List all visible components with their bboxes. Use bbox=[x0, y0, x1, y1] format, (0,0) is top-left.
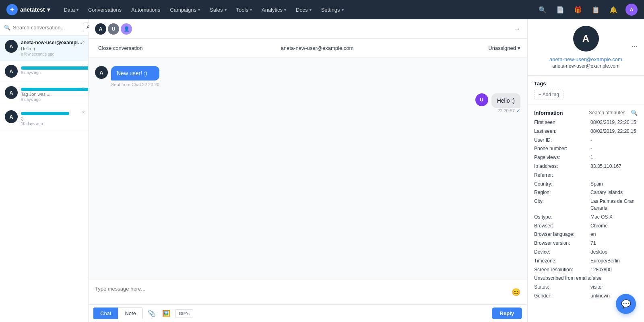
assignee-dropdown[interactable]: Unassigned ▾ bbox=[488, 45, 520, 51]
chevron-down-icon: ▾ bbox=[225, 8, 227, 12]
conversation-list: A aneta-new-user@example.com Hello :) a … bbox=[0, 36, 88, 322]
close-icon[interactable]: × bbox=[82, 109, 85, 115]
nav-item-campaigns[interactable]: Campaigns ▾ bbox=[166, 4, 204, 15]
conv-body: Tag Jon was ... 9 days ago bbox=[21, 86, 83, 102]
attributes-search-input[interactable] bbox=[589, 110, 629, 116]
chat-messages: A New user! :) Sent from Chat 22:20:20 H… bbox=[89, 58, 527, 280]
list-item[interactable]: A :) 10 days ago × bbox=[0, 106, 88, 130]
chat-toolbar: Close conversation aneta-new-user@exampl… bbox=[89, 39, 527, 58]
attribute-value: Spain bbox=[590, 181, 603, 188]
attribute-row: Os type:Mac OS X bbox=[534, 214, 638, 221]
chat-input-toolbar: Chat Note 📎 🖼️ GIF's Reply bbox=[89, 304, 527, 322]
chat-participants: A U 👤 bbox=[95, 23, 132, 35]
add-tag-button[interactable]: + Add tag bbox=[534, 90, 564, 99]
conv-time: a few seconds ago bbox=[21, 52, 83, 56]
search-input[interactable] bbox=[13, 25, 80, 31]
attribute-value: false bbox=[591, 275, 601, 282]
tab-chat[interactable]: Chat bbox=[93, 308, 118, 319]
document-icon[interactable]: 📄 bbox=[555, 4, 566, 15]
attribute-row: Browser:Chrome bbox=[534, 223, 638, 229]
attribute-row: Device:desktop bbox=[534, 249, 638, 256]
attribute-label: City: bbox=[534, 198, 590, 212]
attribute-row: Referrer: bbox=[534, 172, 638, 179]
message-meta: Sent from Chat 22:20:20 bbox=[111, 82, 159, 87]
nav-item-docs[interactable]: Docs ▾ bbox=[292, 4, 316, 15]
attribute-row: Country:Spain bbox=[534, 181, 638, 188]
nav-item-analytics[interactable]: Analytics ▾ bbox=[258, 4, 290, 15]
more-options-icon[interactable]: ··· bbox=[632, 43, 638, 51]
chat-input-area: 😊 Chat Note 📎 🖼️ GIF's Reply bbox=[89, 280, 527, 322]
avatar: A bbox=[5, 65, 18, 78]
conv-bar bbox=[21, 66, 88, 70]
attribute-value: desktop bbox=[590, 249, 607, 256]
gift-icon[interactable]: 🎁 bbox=[572, 4, 584, 15]
attribute-value: en bbox=[590, 231, 596, 238]
attribute-value: Mac OS X bbox=[590, 214, 613, 221]
attribute-value: Canary Islands bbox=[590, 189, 623, 196]
conv-bar bbox=[21, 112, 69, 115]
participant-avatar-img: 👤 bbox=[121, 23, 132, 35]
user-avatar[interactable]: A bbox=[625, 4, 638, 16]
emoji-icon[interactable]: 😊 bbox=[512, 288, 520, 297]
message-content: New user! :) Sent from Chat 22:20:20 bbox=[111, 66, 159, 87]
attachment-icon[interactable]: 📎 bbox=[146, 308, 157, 319]
message-time: 22:20:57 ✓ bbox=[491, 108, 520, 114]
attribute-row: Unsubscribed from emails:false bbox=[534, 275, 638, 282]
nav-item-tools[interactable]: Tools ▾ bbox=[232, 4, 256, 15]
nav-item-data[interactable]: Data ▾ bbox=[60, 4, 82, 15]
list-item[interactable]: A 8 days ago × bbox=[0, 61, 88, 82]
tags-section: Tags + Add tag bbox=[528, 76, 644, 105]
floating-chat-button[interactable]: 💬 bbox=[616, 294, 636, 314]
message-tab-group: Chat Note bbox=[93, 308, 143, 319]
list-item[interactable]: A aneta-new-user@example.com Hello :) a … bbox=[0, 36, 88, 61]
table-icon[interactable]: 📋 bbox=[590, 4, 601, 15]
gif-button[interactable]: GIF's bbox=[175, 309, 193, 318]
chevron-down-icon: ▾ bbox=[198, 8, 200, 12]
attribute-row: Browser version:71 bbox=[534, 240, 638, 247]
sidebar: 🔍 All ▾ A aneta-new-user@example.com Hel… bbox=[0, 19, 89, 322]
nav-item-sales[interactable]: Sales ▾ bbox=[206, 4, 231, 15]
conversation-email: aneta-new-user@example.com bbox=[281, 45, 354, 51]
info-title: Information bbox=[534, 110, 563, 116]
message-row: Hello :) 22:20:57 ✓ U bbox=[95, 93, 520, 114]
message-bubble: Hello :) bbox=[491, 93, 520, 108]
close-icon[interactable]: × bbox=[82, 39, 85, 45]
chevron-down-icon: ▾ bbox=[518, 45, 520, 51]
attribute-label: Page views: bbox=[534, 154, 590, 161]
attribute-value: - bbox=[590, 137, 592, 144]
nav-item-conversations[interactable]: Conversations bbox=[84, 4, 126, 15]
close-icon[interactable]: × bbox=[82, 85, 85, 91]
attribute-value: 1 bbox=[590, 154, 593, 161]
nav-item-settings[interactable]: Settings ▾ bbox=[317, 4, 348, 15]
tab-note[interactable]: Note bbox=[118, 308, 142, 319]
message-bubble: New user! :) bbox=[111, 66, 159, 80]
message-input[interactable] bbox=[95, 286, 520, 292]
close-conversation-button[interactable]: Close conversation bbox=[95, 43, 146, 53]
close-icon[interactable]: × bbox=[82, 64, 85, 70]
avatar: A bbox=[5, 86, 18, 99]
attribute-label: Os type: bbox=[534, 214, 590, 221]
expand-icon[interactable]: → bbox=[514, 25, 520, 33]
nav-item-automations[interactable]: Automations bbox=[127, 4, 164, 15]
brand-logo[interactable]: ✦ anetatest ▾ bbox=[6, 4, 50, 15]
contact-email-link[interactable]: aneta-new-user@example.com bbox=[549, 56, 622, 62]
avatar: A bbox=[5, 40, 18, 53]
send-reply-button[interactable]: Reply bbox=[492, 308, 522, 319]
image-icon[interactable]: 🖼️ bbox=[161, 308, 172, 319]
attribute-row: City:Las Palmas de Gran Canaria bbox=[534, 198, 638, 212]
search-icon[interactable]: 🔍 bbox=[631, 109, 638, 116]
attribute-value: Las Palmas de Gran Canaria bbox=[590, 198, 638, 212]
info-header: Information 🔍 bbox=[534, 109, 638, 116]
attribute-value: unknown bbox=[590, 293, 610, 299]
message-row: A New user! :) Sent from Chat 22:20:20 bbox=[95, 66, 520, 87]
attribute-value: 83.35.110.167 bbox=[590, 163, 621, 170]
conv-name: aneta-new-user@example.com bbox=[21, 40, 83, 45]
attribute-row: Screen resolution:1280x800 bbox=[534, 266, 638, 273]
chevron-down-icon: ▾ bbox=[310, 8, 312, 12]
bell-icon[interactable]: 🔔 bbox=[608, 4, 619, 15]
right-panel: ··· A aneta-new-user@example.com aneta-n… bbox=[527, 19, 644, 322]
message-input-box: 😊 bbox=[89, 280, 527, 304]
attribute-label: Country: bbox=[534, 181, 590, 188]
search-icon[interactable]: 🔍 bbox=[537, 4, 548, 15]
list-item[interactable]: A Tag Jon was ... 9 days ago × bbox=[0, 82, 88, 106]
